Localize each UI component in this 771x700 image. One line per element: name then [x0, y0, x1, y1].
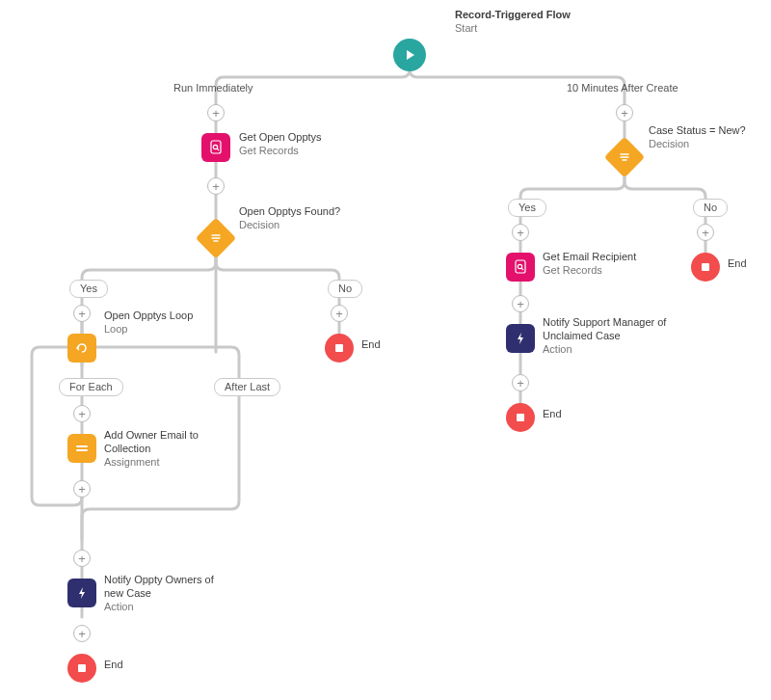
- notify-oppty-node[interactable]: [67, 579, 96, 607]
- plus-left-foreach-1[interactable]: +: [73, 405, 91, 422]
- loop-afterlast-pill: After Last: [214, 378, 280, 396]
- left-end-main[interactable]: [67, 654, 96, 683]
- loop-node[interactable]: [67, 334, 96, 363]
- clipboard-search-icon: [208, 140, 224, 155]
- notify-support-node[interactable]: [506, 324, 535, 353]
- path-ten-min-label: 10 Minutes After Create: [567, 82, 678, 94]
- notify-support-label: Notify Support Manager of Unclaimed Case…: [543, 316, 678, 356]
- get-recipient-node[interactable]: [506, 253, 535, 282]
- get-open-opptys-label: Get Open Opptys Get Records: [239, 131, 364, 158]
- plus-right-yes-3[interactable]: +: [512, 374, 529, 391]
- svg-rect-0: [211, 141, 221, 153]
- plus-left-notify[interactable]: +: [73, 625, 91, 642]
- plus-left-yes-1[interactable]: +: [73, 305, 91, 322]
- plus-right-no-1[interactable]: +: [697, 224, 714, 241]
- plus-left-no-1[interactable]: +: [331, 305, 348, 322]
- loop-label: Open Opptys Loop Loop: [104, 310, 229, 337]
- loop-icon: [74, 340, 90, 356]
- svg-rect-4: [516, 260, 525, 273]
- plus-left-1[interactable]: +: [207, 104, 225, 121]
- right-decision-yes-pill: Yes: [508, 199, 546, 217]
- open-opptys-found-label: Open Opptys Found? Decision: [239, 205, 364, 232]
- assignment-label: Add Owner Email to Collection Assignment: [104, 429, 229, 469]
- right-end-yes-label: End: [543, 408, 581, 421]
- svg-point-1: [213, 145, 217, 148]
- clipboard-search-icon: [513, 259, 528, 275]
- plus-left-foreach-2[interactable]: +: [73, 480, 91, 498]
- right-end-yes[interactable]: [506, 403, 535, 432]
- left-end-no-label: End: [361, 338, 400, 352]
- right-decision-no-pill: No: [693, 199, 728, 217]
- get-open-opptys-node[interactable]: [201, 133, 230, 162]
- bolt-icon: [514, 332, 527, 345]
- plus-left-afterlast-1[interactable]: +: [73, 550, 91, 567]
- left-end-no[interactable]: [325, 334, 354, 363]
- decision-icon: [209, 231, 223, 245]
- svg-rect-7: [702, 263, 709, 271]
- assignment-node[interactable]: [67, 434, 96, 463]
- plus-left-2[interactable]: +: [207, 177, 225, 195]
- start-subtitle: Start: [455, 22, 628, 36]
- svg-rect-6: [517, 414, 524, 421]
- loop-foreach-pill: For Each: [59, 378, 123, 396]
- start-node[interactable]: [393, 39, 426, 71]
- stop-icon: [515, 412, 526, 423]
- svg-rect-3: [335, 344, 343, 352]
- decision-icon: [618, 150, 631, 164]
- plus-right-yes-1[interactable]: +: [512, 224, 529, 241]
- stop-icon: [76, 662, 88, 674]
- get-recipient-label: Get Email Recipient Get Records: [543, 251, 668, 278]
- left-end-main-label: End: [104, 659, 143, 672]
- left-decision-no-pill: No: [328, 280, 362, 298]
- right-end-no[interactable]: [691, 253, 720, 282]
- stop-icon: [333, 342, 345, 354]
- plus-right-1[interactable]: +: [616, 104, 633, 121]
- svg-rect-2: [78, 664, 86, 672]
- path-run-immediately-label: Run Immediately: [173, 82, 253, 94]
- stop-icon: [700, 261, 711, 273]
- case-status-label: Case Status = New? Decision: [649, 124, 764, 151]
- right-end-no-label: End: [728, 257, 766, 271]
- assignment-icon: [74, 441, 90, 456]
- bolt-icon: [75, 586, 89, 600]
- start-title: Record-Triggered Flow: [455, 9, 628, 22]
- start-label: Record-Triggered Flow Start: [455, 9, 628, 36]
- notify-oppty-label: Notify Oppty Owners of new Case Action: [104, 574, 229, 613]
- plus-right-yes-2[interactable]: +: [512, 295, 529, 312]
- svg-point-5: [518, 264, 521, 268]
- left-decision-yes-pill: Yes: [69, 280, 108, 298]
